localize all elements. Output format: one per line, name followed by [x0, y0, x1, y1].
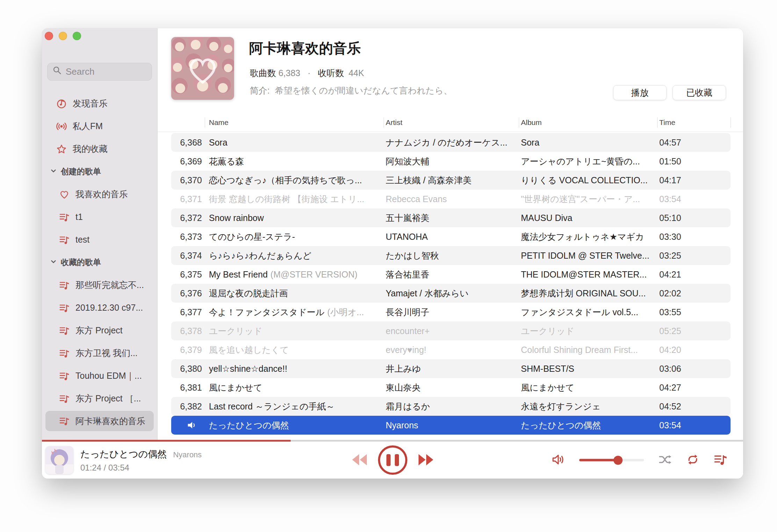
- table-row[interactable]: 6,371 街景 窓越しの街路树 【街施设 エトリ... Rebecca Eva…: [171, 190, 731, 208]
- song-time: 05:10: [659, 213, 731, 223]
- table-row[interactable]: 6,381 風にまかせて 東山奈央 風にまかせて 04:27: [171, 378, 731, 397]
- sidebar-item-playlist[interactable]: 东方 Project ［...: [42, 387, 157, 410]
- song-artist: UTANOHA: [386, 232, 514, 242]
- sidebar-item-label: 那些听完就忘不...: [75, 279, 144, 291]
- song-time: 04:52: [659, 401, 731, 412]
- volume-slider-knob[interactable]: [613, 456, 623, 465]
- volume-slider[interactable]: [579, 459, 644, 461]
- netease-logo-icon: [56, 98, 67, 109]
- table-row[interactable]: 6,378 ユークリッド encounter+ ユークリッド 05:25: [171, 322, 731, 340]
- table-row[interactable]: 6,370 恋心つなぎっ♪（相手の気持ちで歌っ... 三上枝織 / 高森奈津美 …: [171, 171, 731, 190]
- row-index: 6,381: [171, 383, 202, 393]
- row-index: 6,375: [171, 269, 202, 280]
- column-divider: [731, 117, 731, 128]
- song-album: りりくる VOCAL COLLECTIO...: [521, 175, 652, 186]
- row-index: 6,378: [171, 326, 202, 336]
- song-name: Last record ～ランジェの手紙～: [209, 401, 379, 412]
- song-artist: 東山奈央: [386, 382, 514, 393]
- now-playing-thumbnail[interactable]: [45, 446, 73, 474]
- row-index: 6,369: [171, 156, 202, 167]
- table-row[interactable]: 6,382 Last record ～ランジェの手紙～ 霜月はるか 永遠を灯すラ…: [171, 397, 731, 416]
- fm-broadcast-icon: [56, 121, 67, 132]
- table-row[interactable]: 6,376 退屈な夜の脱走計画 Yamajet / 水都みらい 梦想养成计划 O…: [171, 284, 731, 303]
- sidebar-item-playlist-test[interactable]: test: [42, 228, 157, 251]
- table-row[interactable]: 6,379 風を追い越したくて every♥ing! Colorful Shin…: [171, 340, 731, 359]
- table-row[interactable]: 6,374 ら♪ら♪ら♪わんだぁらんど たかはし智秋 PETIT IDOLM @…: [171, 246, 731, 265]
- listens-count-label: 收听数: [318, 68, 344, 78]
- previous-track-button[interactable]: [351, 454, 368, 467]
- queue-button[interactable]: [714, 453, 728, 468]
- play-button[interactable]: 播放: [613, 85, 667, 100]
- sidebar-item-discover[interactable]: 发现音乐: [42, 92, 157, 115]
- table-row[interactable]: 6,377 今よ！ファンタジスタドール(小明オ... 長谷川明子 ファンタジスタ…: [171, 303, 731, 322]
- column-divider: [384, 117, 384, 128]
- song-artist: 三上枝織 / 高森奈津美: [386, 175, 514, 186]
- row-index: 6,380: [171, 364, 202, 374]
- sidebar-nav: 发现音乐 私人FM 我的收藏: [42, 92, 157, 433]
- table-row[interactable]: 6,372 Snow rainbow 五十嵐裕美 MAUSU Diva 05:1…: [171, 208, 731, 227]
- songs-count-label: 歌曲数: [250, 68, 276, 78]
- column-divider: [205, 117, 205, 128]
- table-row[interactable]: 6,373 てのひらの星-ステラ- UTANOHA 魔法少女フォルトゥネ★マギカ…: [171, 227, 731, 246]
- main-panel: 阿卡琳喜欢的音乐 歌曲数 6,383 · 收听数 44K 简介: 希望を懐くのが…: [158, 28, 743, 440]
- song-time: 04:20: [659, 345, 731, 355]
- sidebar-item-label: 2019.12.30 c97...: [75, 303, 143, 313]
- row-index: 6,371: [171, 194, 202, 204]
- search-placeholder: Search: [66, 66, 94, 77]
- song-album: 梦想养成计划 ORIGINAL SOU...: [521, 288, 652, 299]
- close-button[interactable]: [45, 32, 53, 40]
- sidebar-item-liked-music[interactable]: 我喜欢的音乐: [42, 183, 157, 206]
- table-row[interactable]: 6,368 Sora ナナムジカ / のだめオーケス... Sora 04:57: [171, 133, 731, 152]
- sidebar-item-playlist[interactable]: 那些听完就忘不...: [42, 274, 157, 296]
- sidebar-item-playlist[interactable]: 2019.12.30 c97...: [42, 296, 157, 319]
- section-collected-playlists[interactable]: 收藏的歌单: [42, 251, 157, 274]
- table-row[interactable]: 6,380 yell☆shine☆dance!! 井上みゆ SHM-BEST/S…: [171, 359, 731, 378]
- song-name: yell☆shine☆dance!!: [209, 364, 379, 374]
- section-created-playlists[interactable]: 创建的歌单: [42, 160, 157, 183]
- song-album: THE IDOLM@STER MASTER...: [521, 269, 652, 280]
- app-window: Search 发现音乐 私人FM: [42, 28, 743, 479]
- song-album: Sora: [521, 138, 652, 148]
- song-album: たったひとつの偶然: [521, 420, 652, 431]
- now-playing-title: たったひとつの偶然: [80, 448, 167, 460]
- song-album: 永遠を灯すランジェ: [521, 401, 652, 412]
- repeat-button[interactable]: [686, 453, 700, 468]
- song-time: 03:25: [659, 251, 731, 261]
- sidebar-item-playlist[interactable]: 东方卫视 我们...: [42, 342, 157, 364]
- table-row[interactable]: 6,369 花薫る森 阿知波大輔 アーシャのアトリエ~黄昏の... 01:50: [171, 152, 731, 171]
- sidebar-item-playlist[interactable]: Touhou EDM｜...: [42, 364, 157, 387]
- sidebar-item-personal-fm[interactable]: 私人FM: [42, 115, 157, 138]
- collected-button[interactable]: 已收藏: [673, 85, 726, 100]
- minimize-button[interactable]: [59, 32, 67, 40]
- sidebar-item-label: 东方 Project: [75, 325, 123, 336]
- song-name: てのひらの星-ステラ-: [209, 231, 379, 243]
- volume-slider-fill: [579, 459, 618, 461]
- table-row[interactable]: 6,375 My Best Friend(M@STER VERSION) 落合祐…: [171, 265, 731, 284]
- sidebar-item-label: 东方 Project ［...: [75, 393, 141, 404]
- search-input[interactable]: Search: [47, 63, 152, 81]
- next-track-button[interactable]: [417, 454, 434, 467]
- volume-button[interactable]: [551, 452, 565, 468]
- playlist-icon: [59, 234, 70, 245]
- repeat-icon: [686, 453, 700, 468]
- song-time: 04:21: [659, 269, 731, 280]
- table-header: Name Artist Album Time: [158, 114, 743, 132]
- now-playing-row[interactable]: たったひとつの偶然 Nyarons たったひとつの偶然 03:54: [171, 416, 731, 435]
- row-index: 6,374: [171, 251, 202, 261]
- sidebar-item-playlist[interactable]: 东方 Project: [42, 319, 157, 342]
- column-divider: [657, 117, 658, 128]
- sidebar-item-my-collection[interactable]: 我的收藏: [42, 138, 157, 160]
- song-artist: Rebecca Evans: [386, 194, 514, 204]
- pause-button[interactable]: [378, 445, 407, 475]
- shuffle-button[interactable]: [658, 453, 672, 468]
- row-index: 6,372: [171, 213, 202, 223]
- playlist-stats: 歌曲数 6,383 · 收听数 44K: [250, 67, 364, 79]
- song-artist: たかはし智秋: [386, 250, 514, 261]
- song-album: "世界树の迷宫"スーパー・ア...: [521, 193, 652, 205]
- sidebar-item-playlist-current[interactable]: 阿卡琳喜欢的音乐: [45, 411, 154, 431]
- playlist-icon: [59, 370, 70, 382]
- zoom-button[interactable]: [73, 32, 81, 40]
- sidebar-item-playlist-t1[interactable]: t1: [42, 206, 157, 228]
- song-artist: 長谷川明子: [386, 306, 514, 318]
- volume-icon: [551, 452, 565, 468]
